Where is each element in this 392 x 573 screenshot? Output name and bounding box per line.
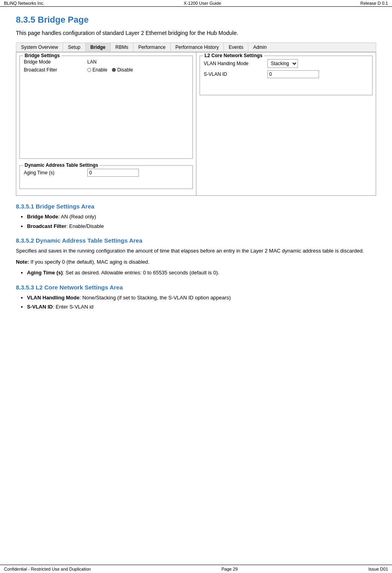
- vlan-mode-select[interactable]: None Stacking: [267, 59, 298, 68]
- bridge-settings-box: Bridge Settings Bridge Mode LAN Broadcas…: [19, 56, 193, 159]
- bullet-svlan-id-bold: S-VLAN ID: [27, 304, 53, 310]
- section-bridge-settings-heading: 8.3.5.1 Bridge Settings Area: [16, 203, 376, 210]
- tab-rbms[interactable]: RBMs: [111, 43, 134, 52]
- header-bar: BLiNQ Networks Inc. X-1200 User Guide Re…: [0, 0, 392, 7]
- content-area: Bridge Settings Bridge Mode LAN Broadcas…: [16, 52, 376, 196]
- note-bold: Note:: [16, 259, 29, 265]
- bullet-svlan-id: S-VLAN ID: Enter S-VLAN id: [27, 303, 376, 311]
- bridge-mode-value: LAN: [87, 59, 188, 65]
- tab-system-overview[interactable]: System Overview: [16, 43, 63, 52]
- tab-admin[interactable]: Admin: [248, 43, 271, 52]
- tab-setup[interactable]: Setup: [63, 43, 85, 52]
- header-center: X-1200 User Guide: [184, 1, 221, 6]
- bullet-broadcast-filter: Broadcast Filter: Enable/Disable: [27, 222, 376, 230]
- l2-settings-legend: L2 Core Network Settings: [203, 53, 264, 58]
- tab-performance-history[interactable]: Performance History: [171, 43, 224, 52]
- main-content: 8.3.5 Bridge Page This page handles conf…: [0, 7, 392, 322]
- bridge-settings-legend: Bridge Settings: [23, 53, 61, 58]
- left-panel: Bridge Settings Bridge Mode LAN Broadcas…: [16, 52, 196, 195]
- enable-radio-dot: [87, 68, 91, 72]
- broadcast-filter-enable[interactable]: Enable: [87, 67, 107, 73]
- l2-core-bullets: VLAN Handling Mode: None/Stacking (if se…: [27, 294, 376, 311]
- nav-tabs: System Overview Setup Bridge RBMs Perfor…: [16, 42, 376, 52]
- page-heading: 8.3.5 Bridge Page: [16, 15, 376, 25]
- dynamic-address-bullets: Aging Time (s): Set as desired. Allowabl…: [27, 269, 376, 277]
- bridge-mode-row: Bridge Mode LAN: [24, 59, 188, 65]
- bullet-bridge-mode: Bridge Mode: AN (Read only): [27, 213, 376, 221]
- broadcast-filter-row: Broadcast Filter Enable Disable: [24, 67, 188, 73]
- bridge-mode-label: Bridge Mode: [24, 59, 87, 65]
- aging-time-row: Aging Time (s): [24, 169, 188, 177]
- bullet-aging-time-rest: : Set as desired. Allowable entries: 0 t…: [63, 270, 219, 276]
- bullet-broadcast-filter-bold: Broadcast Filter: [27, 223, 66, 229]
- dynamic-address-note: Note: If you specify 0 (the default), MA…: [16, 258, 376, 266]
- tab-bridge[interactable]: Bridge: [86, 43, 111, 52]
- broadcast-filter-disable[interactable]: Disable: [112, 67, 133, 73]
- disable-radio-dot: [112, 68, 116, 72]
- header-left: BLiNQ Networks Inc.: [4, 1, 44, 6]
- l2-settings-box: L2 Core Network Settings VLAN Handing Mo…: [200, 56, 373, 95]
- bullet-vlan-handling-rest: : None/Stacking (if set to Stacking, the…: [79, 295, 231, 301]
- right-panel: L2 Core Network Settings VLAN Handing Mo…: [196, 52, 376, 195]
- svlan-id-input[interactable]: [267, 70, 319, 78]
- section-l2-core-heading: 8.3.5.3 L2 Core Network Settings Area: [16, 284, 376, 291]
- bullet-svlan-id-rest: : Enter S-VLAN id: [53, 304, 94, 310]
- page-description: This page handles configuration of stand…: [16, 30, 376, 36]
- broadcast-filter-label: Broadcast Filter: [24, 67, 87, 73]
- bullet-aging-time: Aging Time (s): Set as desired. Allowabl…: [27, 269, 376, 277]
- tab-events[interactable]: Events: [224, 43, 248, 52]
- bridge-settings-bullets: Bridge Mode: AN (Read only) Broadcast Fi…: [27, 213, 376, 230]
- vlan-mode-row: VLAN Handing Mode None Stacking: [204, 59, 369, 68]
- vlan-mode-select-wrapper: None Stacking: [267, 59, 369, 68]
- footer-center: Page 29: [221, 567, 238, 571]
- svlan-id-row: S-VLAN ID: [204, 70, 369, 78]
- bullet-bridge-mode-bold: Bridge Mode: [27, 214, 58, 220]
- footer-bar: Confidential - Restricted Use and Duplic…: [0, 565, 392, 573]
- dynamic-address-legend: Dynamic Address Table Settings: [23, 162, 100, 168]
- broadcast-filter-radios: Enable Disable: [87, 67, 188, 73]
- bullet-broadcast-filter-rest: : Enable/Disable: [66, 223, 104, 229]
- disable-label: Disable: [117, 67, 133, 73]
- enable-label: Enable: [92, 67, 107, 73]
- dynamic-address-box: Dynamic Address Table Settings Aging Tim…: [19, 165, 193, 189]
- bullet-bridge-mode-rest: : AN (Read only): [58, 214, 96, 220]
- section-dynamic-address-heading: 8.3.5.2 Dynamic Address Table Settings A…: [16, 237, 376, 244]
- aging-time-input[interactable]: [87, 169, 139, 177]
- tab-performance[interactable]: Performance: [133, 43, 171, 52]
- bullet-vlan-handling: VLAN Handling Mode: None/Stacking (if se…: [27, 294, 376, 302]
- svlan-id-label: S-VLAN ID: [204, 71, 267, 77]
- vlan-mode-label: VLAN Handing Mode: [204, 61, 267, 66]
- bullet-vlan-handling-bold: VLAN Handling Mode: [27, 295, 79, 301]
- footer-right: Issue D01: [368, 567, 388, 571]
- header-right: Release D 0.1: [360, 1, 388, 6]
- bullet-aging-time-bold: Aging Time (s): [27, 270, 63, 276]
- aging-time-label: Aging Time (s): [24, 170, 87, 176]
- note-rest: If you specify 0 (the default), MAC agin…: [29, 259, 150, 265]
- footer-left: Confidential - Restricted Use and Duplic…: [4, 567, 91, 571]
- dynamic-address-body: Specifies and saves in the running confi…: [16, 247, 376, 255]
